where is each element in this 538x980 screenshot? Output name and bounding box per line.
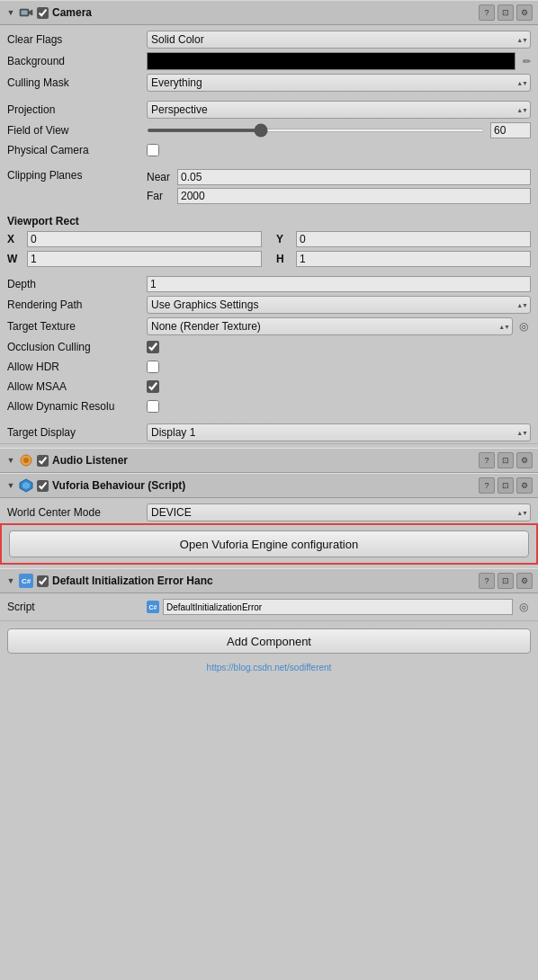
vp-y-label: Y	[276, 233, 292, 245]
background-row: Background ✏	[0, 50, 538, 72]
vuforia-header-icons: ? ⊡ ⚙	[479, 477, 533, 494]
far-label: Far	[147, 190, 172, 202]
vp-x-label: X	[7, 233, 23, 245]
rendering-path-select[interactable]: Use Graphics Settings	[147, 296, 531, 314]
background-color-row: ✏	[147, 52, 531, 70]
camera-enabled-checkbox[interactable]	[37, 7, 49, 19]
projection-dropdown-wrapper: Perspective	[147, 101, 531, 119]
physical-camera-row: Physical Camera	[0, 140, 538, 160]
vuforia-enabled-checkbox[interactable]	[37, 480, 49, 492]
depth-input[interactable]	[147, 276, 531, 292]
clear-flags-select[interactable]: Solid Color	[147, 31, 531, 49]
vuforia-body: World Center Mode DEVICE ▲▼ Open Vuforia…	[0, 498, 538, 568]
default-init-body: Script C# DefaultInitializationError ◎	[0, 593, 538, 620]
occlusion-value	[147, 341, 531, 353]
viewport-xy-row: X Y	[0, 229, 538, 249]
camera-help-button[interactable]: ?	[479, 4, 495, 21]
target-texture-icon[interactable]: ◎	[516, 319, 531, 334]
target-texture-label: Target Texture	[7, 320, 147, 333]
vp-y-input[interactable]	[296, 231, 531, 247]
audio-listener-header-icons: ? ⊡ ⚙	[479, 452, 533, 468]
physical-camera-value	[147, 144, 531, 156]
audio-collapse-arrow[interactable]: ▼	[5, 455, 16, 466]
fov-label: Field of View	[7, 124, 147, 137]
script-target-icon[interactable]: ◎	[516, 600, 531, 614]
clear-flags-row: Clear Flags Solid Color	[0, 29, 538, 50]
background-color-swatch[interactable]	[147, 52, 516, 70]
watermark: https://blog.csdn.net/sodifferent	[0, 661, 538, 674]
world-center-label: World Center Mode	[7, 506, 147, 519]
audio-listener-icon	[18, 452, 34, 468]
vp-w-input[interactable]	[27, 251, 262, 267]
camera-settings-button[interactable]: ⚙	[516, 4, 533, 21]
occlusion-checkbox[interactable]	[147, 341, 159, 353]
background-edit-icon[interactable]: ✏	[523, 56, 531, 67]
camera-header-icons: ? ⊡ ⚙	[479, 4, 533, 21]
script-value: C# DefaultInitializationError ◎	[147, 599, 531, 615]
fov-number-input[interactable]	[490, 122, 531, 138]
target-display-row: Target Display Display 1 ▲▼	[0, 422, 538, 444]
target-texture-value: None (Render Texture) ◎	[147, 317, 531, 335]
camera-layout-button[interactable]: ⊡	[498, 4, 514, 21]
vuforia-title: Vuforia Behaviour (Script)	[52, 479, 479, 492]
allow-msaa-value	[147, 380, 531, 393]
vuforia-layout-icon: ⊡	[502, 481, 509, 490]
rendering-path-row: Rendering Path Use Graphics Settings	[0, 294, 538, 316]
world-center-select[interactable]: DEVICE	[147, 503, 531, 521]
default-init-enabled-checkbox[interactable]	[37, 575, 49, 587]
default-init-collapse-arrow[interactable]: ▼	[5, 575, 16, 586]
default-init-settings-button[interactable]: ⚙	[516, 573, 533, 589]
add-component-button[interactable]: Add Component	[7, 628, 531, 654]
world-center-wrapper: DEVICE ▲▼	[147, 503, 531, 521]
vp-x-input[interactable]	[27, 231, 262, 247]
audio-help-button[interactable]: ?	[479, 452, 495, 468]
depth-row: Depth	[0, 274, 538, 294]
camera-body: Clear Flags Solid Color Background ✏	[0, 25, 538, 448]
allow-msaa-checkbox[interactable]	[147, 380, 159, 393]
allow-hdr-row: Allow HDR	[0, 357, 538, 377]
allow-msaa-label: Allow MSAA	[7, 380, 147, 393]
occlusion-culling-row: Occlusion Culling	[0, 337, 538, 357]
gear-icon: ⚙	[521, 8, 528, 17]
csharp-badge: C#	[19, 574, 33, 588]
default-init-help-button[interactable]: ?	[479, 573, 495, 589]
allow-hdr-checkbox[interactable]	[147, 361, 159, 373]
projection-select[interactable]: Perspective	[147, 101, 531, 119]
audio-gear-icon: ⚙	[521, 456, 528, 465]
vp-w-label: W	[7, 253, 23, 265]
script-row: Script C# DefaultInitializationError ◎	[0, 597, 538, 617]
default-init-header: ▼ C# Default Initialization Error Hanc ?…	[0, 568, 538, 593]
audio-listener-enabled-checkbox[interactable]	[37, 455, 49, 467]
svg-rect-2	[22, 11, 28, 15]
csharp-icon: C#	[18, 573, 34, 589]
audio-settings-button[interactable]: ⚙	[516, 452, 533, 468]
vuforia-settings-button[interactable]: ⚙	[516, 477, 533, 494]
physical-camera-label: Physical Camera	[7, 144, 147, 156]
allow-hdr-value	[147, 361, 531, 373]
svg-point-4	[23, 458, 29, 463]
physical-camera-checkbox[interactable]	[147, 144, 159, 156]
fov-value	[147, 122, 531, 138]
target-display-wrapper: Display 1 ▲▼	[147, 423, 531, 441]
target-display-select[interactable]: Display 1	[147, 423, 531, 441]
rendering-path-label: Rendering Path	[7, 298, 147, 311]
vp-h-label: H	[276, 253, 292, 265]
far-input[interactable]	[177, 188, 531, 204]
script-input-field[interactable]: DefaultInitializationError	[163, 599, 513, 615]
target-texture-select[interactable]: None (Render Texture)	[147, 317, 513, 335]
fov-slider[interactable]	[147, 129, 485, 132]
camera-collapse-arrow[interactable]: ▼	[5, 7, 16, 18]
vuforia-header: ▼ Vuforia Behaviour (Script) ? ⊡ ⚙	[0, 473, 538, 498]
vp-h-input[interactable]	[296, 251, 531, 267]
vuforia-collapse-arrow[interactable]: ▼	[5, 480, 16, 491]
clear-flags-label: Clear Flags	[7, 33, 147, 46]
vuforia-help-button[interactable]: ?	[479, 477, 495, 494]
vuforia-layout-button[interactable]: ⊡	[498, 477, 514, 494]
culling-mask-select[interactable]: Everything	[147, 74, 531, 92]
allow-hdr-label: Allow HDR	[7, 361, 147, 373]
open-vuforia-button[interactable]: Open Vuforia Engine configuration	[9, 530, 529, 557]
audio-layout-button[interactable]: ⊡	[498, 452, 514, 468]
default-init-layout-button[interactable]: ⊡	[498, 573, 514, 589]
allow-dynamic-checkbox[interactable]	[147, 400, 159, 413]
near-input[interactable]	[177, 169, 531, 185]
